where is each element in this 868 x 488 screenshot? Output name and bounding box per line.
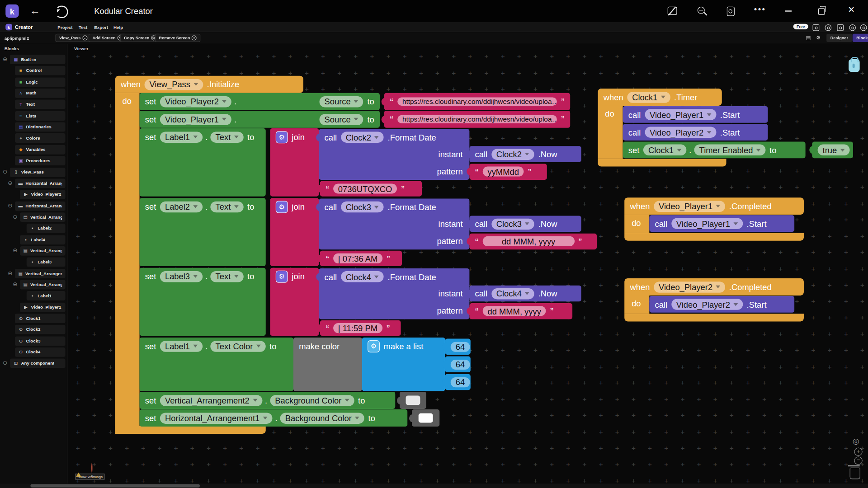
sidebar-item-video-player1[interactable]: ▶Video_Player1	[0, 302, 66, 312]
error-icon[interactable]: 0	[89, 463, 95, 478]
trash-icon[interactable]	[850, 468, 860, 479]
property-dropdown[interactable]: Text	[211, 201, 244, 212]
pattern-string[interactable]: “dd MMM, yyyy”	[469, 303, 572, 319]
true-block[interactable]: true	[812, 141, 853, 158]
browser-zoom-icon[interactable]	[698, 7, 705, 14]
collapse-icon[interactable]: ⊖	[3, 361, 7, 366]
sidebar-item-clock4[interactable]: ⊙Clock4	[0, 347, 66, 357]
property-dropdown[interactable]: Background Color	[270, 395, 354, 406]
back-button[interactable]: ←	[28, 3, 42, 18]
component-dropdown[interactable]: Label2	[160, 201, 203, 212]
sidebar-item-horizontal-arrangem[interactable]: ⊖▬Horizontal_Arrangem...	[0, 201, 66, 211]
sidebar-item-colors[interactable]: ●Colors	[0, 134, 66, 143]
call-start-block[interactable]: callVideo_Player1.Start	[623, 106, 768, 123]
blocks-tab[interactable]: Blocks	[853, 34, 868, 42]
property-dropdown[interactable]: Source	[319, 96, 363, 107]
number-block[interactable]: 64	[445, 338, 470, 355]
set-property-block[interactable]: setLabel1.Textto	[140, 128, 266, 197]
clock-dropdown[interactable]: Clock4	[491, 288, 534, 299]
sidebar-item-built-in[interactable]: ⊖▦Built-in	[0, 55, 66, 64]
clock-dropdown[interactable]: Clock4	[341, 271, 384, 282]
find-on-page-icon[interactable]	[727, 7, 735, 16]
join-block[interactable]: ⚙join	[270, 128, 319, 197]
component-dropdown[interactable]: Vertical_Arrangement2	[160, 395, 262, 406]
mutator-gear-icon[interactable]: ⚙	[276, 131, 288, 143]
menu-project[interactable]: Project	[57, 25, 72, 30]
sidebar-item-vertical-arrangement1[interactable]: ⊖▤Vertical_Arrangement1	[0, 269, 66, 278]
join-block[interactable]: ⚙join	[270, 268, 319, 336]
component-dropdown[interactable]: Video_Player1	[654, 201, 725, 211]
logic-value-dropdown[interactable]: true	[818, 145, 850, 155]
sidebar-item-lists[interactable]: ≡Lists	[0, 111, 66, 121]
color-swatch-block[interactable]	[400, 392, 426, 409]
set-property-block[interactable]: setLabel3.Textto	[140, 268, 266, 336]
when-completed-block[interactable]: whenVideo_Player1.Completed	[624, 197, 804, 215]
collapse-icon[interactable]: ⊖	[8, 203, 12, 208]
call-start-block[interactable]: callVideo_Player1.Start	[649, 215, 794, 232]
make-list-block[interactable]: ⚙make a list	[362, 338, 445, 391]
close-button[interactable]: ×	[848, 3, 854, 16]
clock-dropdown[interactable]: Clock3	[491, 218, 534, 229]
call-start-block[interactable]: callVideo_Player2.Start	[649, 296, 794, 313]
warning-icon[interactable]: 0	[75, 463, 82, 478]
source-url-string[interactable]: “https://res.cloudinary.com/ddijhwesn/vi…	[384, 93, 570, 110]
sidebar-item-logic[interactable]: ■Logic	[0, 77, 66, 87]
collapse-icon[interactable]: ⊖	[13, 282, 17, 287]
when-initialize-block[interactable]: whenView_Pass.Initialize	[115, 76, 303, 93]
pattern-string[interactable]: “dd MMM, yyyy”	[469, 233, 597, 249]
zoom-in-icon[interactable]: +	[854, 448, 862, 456]
format-date-block[interactable]: callClock3.Format Dateinstantpattern	[319, 199, 469, 250]
scrollbar-thumb[interactable]	[30, 484, 200, 487]
set-property-block[interactable]: setLabel1.Text Colorto	[140, 338, 293, 391]
when-completed-body[interactable]: do	[624, 215, 649, 233]
horizontal-scrollbar[interactable]	[0, 483, 868, 488]
property-dropdown[interactable]: Timer Enabled	[694, 145, 766, 155]
mutator-gear-icon[interactable]: ⚙	[276, 270, 288, 282]
refresh-icon[interactable]	[55, 5, 68, 18]
screen-dropdown[interactable]: View_Pass	[144, 79, 203, 89]
set-property-block[interactable]: setVertical_Arrangement2.Background Colo…	[140, 392, 396, 409]
set-property-block[interactable]: setClock1.Timer Enabledto	[623, 141, 806, 158]
when-timer-body[interactable]: do	[598, 106, 623, 159]
join-argument-string[interactable]: “| 11:59 PM”	[320, 320, 401, 336]
restore-button[interactable]	[818, 8, 825, 15]
component-dropdown[interactable]: Label1	[160, 341, 203, 352]
sidebar-item-vertical-arrangement4[interactable]: ⊖▤Vertical_Arrangement4	[0, 246, 66, 256]
component-dropdown[interactable]: Video_Player1	[671, 218, 743, 229]
call-start-block[interactable]: callVideo_Player2.Start	[623, 124, 768, 141]
join-argument-string[interactable]: “0736UTQXCO”	[320, 181, 422, 196]
mutator-gear-icon[interactable]: ⚙	[368, 340, 380, 352]
sidebar-item-view-pass[interactable]: ⊖▯View_Pass	[0, 167, 66, 177]
sidebar-item-vertical-arrangement2[interactable]: ⊖▤Vertical_Arrangement2	[0, 280, 66, 290]
current-screen-button[interactable]: View_Pass⌄	[55, 34, 91, 42]
sidebar-item-any-component[interactable]: ⊖⊞Any component	[0, 359, 66, 368]
clock-dropdown[interactable]: Clock2	[491, 149, 534, 160]
docs-icon[interactable]	[837, 24, 844, 31]
clock-dropdown[interactable]: Clock2	[341, 132, 384, 143]
when-initialize-foot[interactable]	[115, 426, 266, 434]
component-dropdown[interactable]: Video_Player2	[645, 127, 716, 137]
component-dropdown[interactable]: Video_Player1	[160, 114, 231, 125]
when-initialize-body[interactable]: do	[115, 93, 140, 434]
collapse-icon[interactable]: ⊖	[13, 214, 17, 220]
join-block[interactable]: ⚙join	[270, 198, 319, 266]
collapse-icon[interactable]: ⊖	[8, 180, 12, 186]
sidebar-item-math[interactable]: ∧Math	[0, 89, 66, 98]
menu-help[interactable]: Help	[113, 25, 123, 30]
color-swatch-block[interactable]	[412, 409, 439, 427]
copy-screen-button[interactable]: Copy Screen⧉	[120, 34, 160, 42]
collapse-icon[interactable]: ⊖	[3, 169, 7, 174]
format-date-block[interactable]: callClock2.Format Dateinstantpattern	[319, 129, 469, 180]
property-dropdown[interactable]: Background Color	[280, 413, 364, 423]
collapse-icon[interactable]: ⊖	[13, 248, 17, 253]
make-color-block[interactable]: make color	[293, 338, 362, 391]
call-now-block[interactable]: callClock4.Now	[469, 286, 581, 302]
set-property-block[interactable]: setLabel2.Textto	[140, 198, 266, 266]
sidebar-item-video-player2[interactable]: ▶Video_Player2	[0, 190, 66, 199]
layout-toggle-icon[interactable]	[668, 7, 677, 15]
component-dropdown[interactable]: Video_Player2	[654, 282, 725, 292]
sidebar-item-label2[interactable]: ▪Label2	[0, 224, 66, 233]
call-now-block[interactable]: callClock3.Now	[469, 216, 581, 232]
sidebar-item-clock3[interactable]: ⊙Clock3	[0, 336, 66, 346]
designer-tab[interactable]: Designer	[826, 34, 852, 42]
